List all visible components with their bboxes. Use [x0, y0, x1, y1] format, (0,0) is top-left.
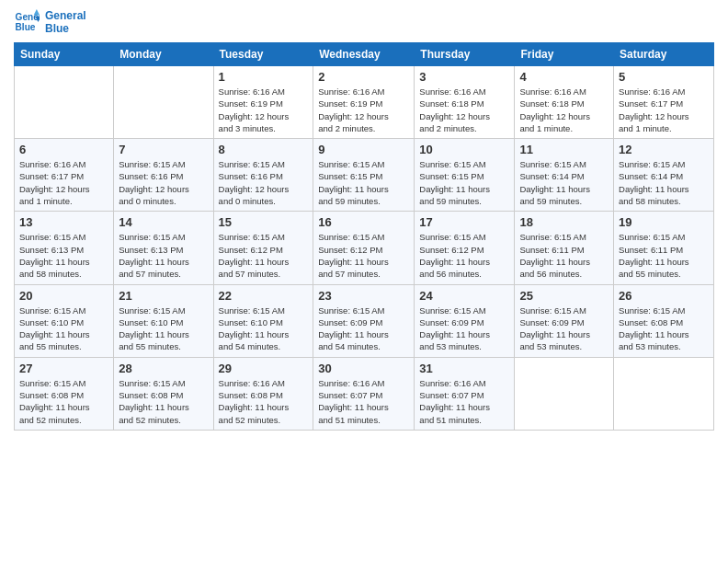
calendar-cell: 31Sunrise: 6:16 AM Sunset: 6:07 PM Dayli… — [415, 357, 515, 430]
day-info: Sunrise: 6:15 AM Sunset: 6:13 PM Dayligh… — [119, 231, 208, 280]
day-info: Sunrise: 6:15 AM Sunset: 6:15 PM Dayligh… — [419, 158, 509, 207]
header: General Blue General Blue — [14, 9, 714, 35]
day-info: Sunrise: 6:16 AM Sunset: 6:07 PM Dayligh… — [318, 377, 409, 426]
calendar-cell — [614, 357, 714, 430]
logo-text-general: General — [45, 9, 86, 22]
day-info: Sunrise: 6:15 AM Sunset: 6:10 PM Dayligh… — [119, 304, 208, 353]
calendar-week-row: 6Sunrise: 6:16 AM Sunset: 6:17 PM Daylig… — [15, 139, 714, 212]
calendar-cell: 11Sunrise: 6:15 AM Sunset: 6:14 PM Dayli… — [515, 139, 614, 212]
calendar-cell: 27Sunrise: 6:15 AM Sunset: 6:08 PM Dayli… — [15, 357, 114, 430]
day-number: 5 — [619, 70, 709, 84]
calendar-cell: 16Sunrise: 6:15 AM Sunset: 6:12 PM Dayli… — [313, 212, 415, 284]
day-number: 23 — [318, 289, 409, 303]
day-number: 26 — [619, 289, 709, 303]
day-number: 1 — [219, 70, 309, 84]
day-info: Sunrise: 6:15 AM Sunset: 6:09 PM Dayligh… — [318, 304, 409, 353]
svg-text:Blue: Blue — [16, 22, 36, 32]
weekday-header: Sunday — [15, 43, 114, 66]
day-number: 17 — [419, 215, 509, 229]
weekday-header: Wednesday — [313, 43, 415, 66]
day-info: Sunrise: 6:15 AM Sunset: 6:10 PM Dayligh… — [19, 304, 108, 353]
day-number: 25 — [519, 289, 609, 303]
day-number: 6 — [19, 143, 108, 156]
logo: General Blue General Blue — [14, 9, 86, 35]
weekday-header: Tuesday — [213, 43, 313, 66]
day-number: 29 — [219, 362, 309, 375]
day-number: 10 — [419, 143, 509, 156]
day-number: 27 — [19, 362, 108, 375]
day-number: 3 — [419, 70, 509, 84]
day-number: 28 — [119, 362, 208, 375]
day-number: 15 — [219, 215, 309, 229]
calendar-week-row: 1Sunrise: 6:16 AM Sunset: 6:19 PM Daylig… — [15, 66, 714, 139]
day-number: 12 — [619, 143, 709, 156]
calendar-cell: 7Sunrise: 6:15 AM Sunset: 6:16 PM Daylig… — [114, 139, 213, 212]
day-info: Sunrise: 6:16 AM Sunset: 6:19 PM Dayligh… — [219, 86, 309, 134]
day-info: Sunrise: 6:15 AM Sunset: 6:11 PM Dayligh… — [519, 231, 609, 280]
day-number: 24 — [419, 289, 509, 303]
day-info: Sunrise: 6:15 AM Sunset: 6:08 PM Dayligh… — [119, 377, 208, 426]
weekday-header: Thursday — [415, 43, 515, 66]
day-info: Sunrise: 6:16 AM Sunset: 6:07 PM Dayligh… — [419, 377, 509, 426]
calendar-cell: 25Sunrise: 6:15 AM Sunset: 6:09 PM Dayli… — [515, 284, 614, 357]
day-info: Sunrise: 6:15 AM Sunset: 6:12 PM Dayligh… — [318, 231, 409, 280]
calendar-cell — [15, 66, 114, 139]
calendar-cell: 9Sunrise: 6:15 AM Sunset: 6:15 PM Daylig… — [313, 139, 415, 212]
day-info: Sunrise: 6:15 AM Sunset: 6:14 PM Dayligh… — [519, 158, 609, 207]
calendar-cell: 15Sunrise: 6:15 AM Sunset: 6:12 PM Dayli… — [213, 212, 313, 284]
day-info: Sunrise: 6:15 AM Sunset: 6:09 PM Dayligh… — [519, 304, 609, 353]
day-info: Sunrise: 6:16 AM Sunset: 6:19 PM Dayligh… — [318, 86, 409, 134]
day-info: Sunrise: 6:15 AM Sunset: 6:12 PM Dayligh… — [219, 231, 309, 280]
day-number: 19 — [619, 215, 709, 229]
day-number: 11 — [519, 143, 609, 156]
calendar-cell — [515, 357, 614, 430]
calendar-cell: 4Sunrise: 6:16 AM Sunset: 6:18 PM Daylig… — [515, 66, 614, 139]
day-number: 13 — [19, 215, 108, 229]
calendar-cell: 24Sunrise: 6:15 AM Sunset: 6:09 PM Dayli… — [415, 284, 515, 357]
calendar-table: SundayMondayTuesdayWednesdayThursdayFrid… — [14, 42, 714, 431]
day-number: 22 — [219, 289, 309, 303]
day-number: 31 — [419, 362, 509, 375]
day-info: Sunrise: 6:15 AM Sunset: 6:11 PM Dayligh… — [619, 231, 709, 280]
weekday-header: Saturday — [614, 43, 714, 66]
calendar-cell: 20Sunrise: 6:15 AM Sunset: 6:10 PM Dayli… — [15, 284, 114, 357]
calendar-cell: 1Sunrise: 6:16 AM Sunset: 6:19 PM Daylig… — [213, 66, 313, 139]
calendar-cell: 14Sunrise: 6:15 AM Sunset: 6:13 PM Dayli… — [114, 212, 213, 284]
day-number: 14 — [119, 215, 208, 229]
day-number: 2 — [318, 70, 409, 84]
calendar-cell: 12Sunrise: 6:15 AM Sunset: 6:14 PM Dayli… — [614, 139, 714, 212]
logo-text-blue: Blue — [45, 22, 86, 35]
calendar-cell: 29Sunrise: 6:16 AM Sunset: 6:08 PM Dayli… — [213, 357, 313, 430]
calendar-cell: 22Sunrise: 6:15 AM Sunset: 6:10 PM Dayli… — [213, 284, 313, 357]
day-info: Sunrise: 6:16 AM Sunset: 6:18 PM Dayligh… — [519, 86, 609, 134]
calendar-cell: 13Sunrise: 6:15 AM Sunset: 6:13 PM Dayli… — [15, 212, 114, 284]
calendar-cell: 28Sunrise: 6:15 AM Sunset: 6:08 PM Dayli… — [114, 357, 213, 430]
calendar-cell: 3Sunrise: 6:16 AM Sunset: 6:18 PM Daylig… — [415, 66, 515, 139]
weekday-header: Monday — [114, 43, 213, 66]
calendar-cell: 26Sunrise: 6:15 AM Sunset: 6:08 PM Dayli… — [614, 284, 714, 357]
day-info: Sunrise: 6:16 AM Sunset: 6:18 PM Dayligh… — [419, 86, 509, 134]
day-number: 30 — [318, 362, 409, 375]
calendar-cell: 19Sunrise: 6:15 AM Sunset: 6:11 PM Dayli… — [614, 212, 714, 284]
calendar-cell: 23Sunrise: 6:15 AM Sunset: 6:09 PM Dayli… — [313, 284, 415, 357]
day-info: Sunrise: 6:15 AM Sunset: 6:15 PM Dayligh… — [318, 158, 409, 207]
day-number: 16 — [318, 215, 409, 229]
day-info: Sunrise: 6:15 AM Sunset: 6:14 PM Dayligh… — [619, 158, 709, 207]
calendar-cell: 21Sunrise: 6:15 AM Sunset: 6:10 PM Dayli… — [114, 284, 213, 357]
day-info: Sunrise: 6:15 AM Sunset: 6:16 PM Dayligh… — [119, 158, 208, 207]
weekday-header: Friday — [515, 43, 614, 66]
day-info: Sunrise: 6:16 AM Sunset: 6:08 PM Dayligh… — [219, 377, 309, 426]
calendar-cell: 10Sunrise: 6:15 AM Sunset: 6:15 PM Dayli… — [415, 139, 515, 212]
logo-icon: General Blue — [14, 9, 40, 35]
calendar-cell — [114, 66, 213, 139]
day-info: Sunrise: 6:15 AM Sunset: 6:16 PM Dayligh… — [219, 158, 309, 207]
day-info: Sunrise: 6:15 AM Sunset: 6:08 PM Dayligh… — [619, 304, 709, 353]
page: General Blue General Blue SundayMondayTu… — [0, 0, 728, 563]
day-number: 18 — [519, 215, 609, 229]
day-info: Sunrise: 6:15 AM Sunset: 6:10 PM Dayligh… — [219, 304, 309, 353]
calendar-cell: 8Sunrise: 6:15 AM Sunset: 6:16 PM Daylig… — [213, 139, 313, 212]
calendar-cell: 18Sunrise: 6:15 AM Sunset: 6:11 PM Dayli… — [515, 212, 614, 284]
day-number: 9 — [318, 143, 409, 156]
calendar-cell: 6Sunrise: 6:16 AM Sunset: 6:17 PM Daylig… — [15, 139, 114, 212]
day-info: Sunrise: 6:15 AM Sunset: 6:09 PM Dayligh… — [419, 304, 509, 353]
